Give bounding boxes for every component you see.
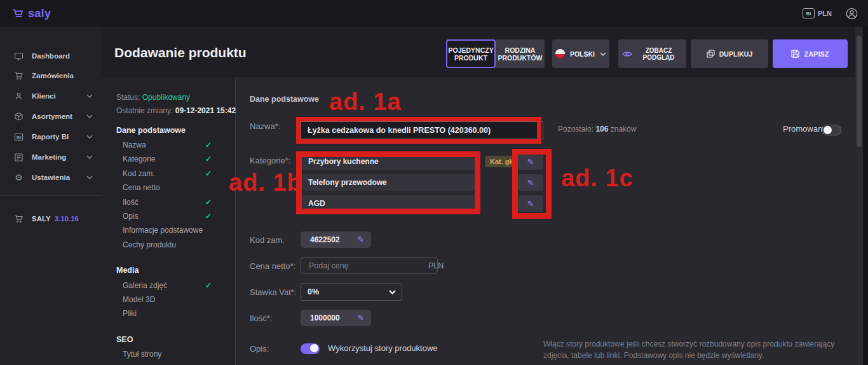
categories-label: Kategorie*: xyxy=(250,156,290,165)
description-label: Opis: xyxy=(250,344,269,354)
chevron-down-icon xyxy=(86,176,93,179)
app-version: 3.10.16 xyxy=(55,215,79,223)
check-icon: ✓ xyxy=(202,281,215,290)
section-title-seo: SEO xyxy=(116,335,133,344)
saly-cart-icon xyxy=(14,214,24,224)
sidebar-item-asortyment[interactable]: Asortyment xyxy=(0,108,102,125)
quantity-label: Ilość*: xyxy=(250,313,272,323)
vat-rate-label: Stawka Vat*: xyxy=(250,287,296,297)
preview-button[interactable]: ZOBACZ PODGLĄD xyxy=(618,39,686,68)
orders-cart-icon xyxy=(14,71,24,81)
tab-single-product[interactable]: POJEDYNCZY PRODUKT xyxy=(446,39,496,68)
sidebar-item-marketing[interactable]: Marketing xyxy=(0,149,102,165)
sidebar-item-zamowienia[interactable]: Zamówienia xyxy=(0,67,102,84)
poland-flag-icon xyxy=(555,49,565,59)
currency-label: PLN xyxy=(818,10,832,17)
remaining-chars: Pozostało: 106 znaków xyxy=(558,125,636,134)
language-dropdown[interactable]: POLSKI xyxy=(552,39,609,68)
cart-logo-icon xyxy=(13,8,25,18)
story-toggle[interactable] xyxy=(301,343,320,354)
story-toggle-label: Wykorzystuj story produktowe xyxy=(328,343,438,353)
save-button[interactable]: ZAPISZ xyxy=(773,39,848,68)
pencil-icon: ✎ xyxy=(357,313,364,322)
progress-item-cena-netto[interactable]: Cena netto xyxy=(123,183,224,192)
chevron-down-icon xyxy=(86,155,93,159)
chevron-down-icon xyxy=(86,114,93,118)
quantity-value: 1000000 xyxy=(310,313,340,322)
description-help-text: Włącz story produktowe jeśli chcesz stwo… xyxy=(543,339,853,361)
billing-icon: Bi xyxy=(803,8,815,18)
progress-item-informacje-podstawowe[interactable]: Informacje podstawowe xyxy=(123,226,224,235)
app-logo[interactable]: saly xyxy=(13,7,51,20)
sidebar-item-klienci[interactable]: Klienci xyxy=(0,88,102,104)
progress-item-pliki[interactable]: Pliki xyxy=(123,309,224,318)
gear-icon: ⚙ xyxy=(14,172,24,182)
clients-person-icon xyxy=(14,92,24,101)
app-name: SALY xyxy=(32,215,51,223)
currency-selector[interactable]: Bi PLN xyxy=(803,8,832,18)
promoted-label: Promowany xyxy=(783,124,827,134)
copy-icon xyxy=(707,50,715,58)
check-icon: ✓ xyxy=(202,198,215,207)
marketing-doc-icon xyxy=(14,153,24,162)
check-icon: ✓ xyxy=(202,169,215,178)
window-right-edge xyxy=(863,27,868,365)
chevron-down-icon xyxy=(86,94,93,98)
annotation-text-1c: ad. 1c xyxy=(561,165,634,192)
sidebar-item-raporty-bi[interactable]: Bi Raporty BI xyxy=(0,128,102,145)
chevron-down-icon xyxy=(600,52,606,56)
progress-item-tytul-strony[interactable]: Tytuł strony xyxy=(123,350,224,359)
last-change-row: Ostatnie zmiany: 09-12-2021 15:42 xyxy=(116,106,236,115)
app-version-row: SALY 3.10.16 xyxy=(0,210,102,227)
order-code-label: Kod zam. xyxy=(250,235,285,245)
annotation-text-1b: ad. 1b xyxy=(229,169,302,196)
order-code-value: 4622502 xyxy=(310,235,340,244)
vertical-scrollbar[interactable] xyxy=(855,27,863,365)
order-code-field[interactable]: 4622502 ✎ xyxy=(301,231,371,248)
annotation-box-1b xyxy=(296,151,480,214)
product-progress-panel: Status: Opublikowany Ostatnie zmiany: 09… xyxy=(102,77,236,365)
status-value: Opublikowany xyxy=(142,93,190,102)
bi-reports-icon: Bi xyxy=(14,132,24,142)
save-floppy-icon xyxy=(791,50,799,58)
app-logo-text: saly xyxy=(28,7,51,20)
annotation-box-1c xyxy=(512,149,552,219)
status-row: Status: Opublikowany xyxy=(116,93,190,102)
check-icon: ✓ xyxy=(202,212,215,221)
chevron-down-icon xyxy=(389,290,396,294)
promoted-toggle[interactable] xyxy=(822,125,841,135)
page-header: Dodawanie produktu POJEDYNCZY PRODUKT RO… xyxy=(102,27,868,77)
tab-product-family[interactable]: RODZINA PRODUKTÓW xyxy=(496,39,545,68)
pencil-icon: ✎ xyxy=(357,235,364,244)
annotation-text-1a: ad. 1a xyxy=(329,88,402,116)
net-price-input[interactable] xyxy=(301,257,438,274)
svg-text:Bi: Bi xyxy=(17,134,22,140)
name-label: Nazwa*: xyxy=(250,121,280,131)
last-change-value: 09-12-2021 15:42 xyxy=(175,106,236,115)
quantity-field[interactable]: 1000000 ✎ xyxy=(301,310,371,326)
app-window: saly Bi PLN Dashboard xyxy=(0,0,868,365)
progress-item-model-3d[interactable]: Model 3D xyxy=(123,295,224,304)
form-section-title: Dane podstawowe xyxy=(250,95,319,104)
language-label: POLSKI xyxy=(570,50,595,58)
user-avatar-button[interactable] xyxy=(846,8,858,20)
progress-item-cechy-produktu[interactable]: Cechy produktu xyxy=(123,240,224,249)
top-bar: saly Bi PLN xyxy=(0,0,868,27)
net-price-label: Cena netto*: xyxy=(250,261,295,271)
chevron-down-icon xyxy=(86,135,93,139)
vat-rate-select[interactable]: 0% xyxy=(301,283,402,301)
check-icon: ✓ xyxy=(202,141,215,149)
scrollbar-thumb[interactable] xyxy=(857,36,862,147)
sidebar-item-dashboard[interactable]: Dashboard xyxy=(0,48,102,64)
section-title-media: Media xyxy=(116,266,139,275)
main-sidebar: Dashboard Zamówienia Klienci xyxy=(0,27,102,365)
annotation-box-1a xyxy=(296,117,541,144)
eye-icon xyxy=(622,51,632,57)
page-title: Dodawanie produktu xyxy=(114,45,247,60)
sidebar-item-ustawienia[interactable]: ⚙ Ustawienia xyxy=(0,169,102,186)
section-title-dane-podstawowe: Dane podstawowe xyxy=(116,126,186,135)
currency-suffix: PLN xyxy=(428,261,444,270)
check-icon: ✓ xyxy=(202,155,215,163)
duplicate-button[interactable]: DUPLIKUJ xyxy=(691,39,768,68)
sidebar-divider xyxy=(0,195,102,196)
